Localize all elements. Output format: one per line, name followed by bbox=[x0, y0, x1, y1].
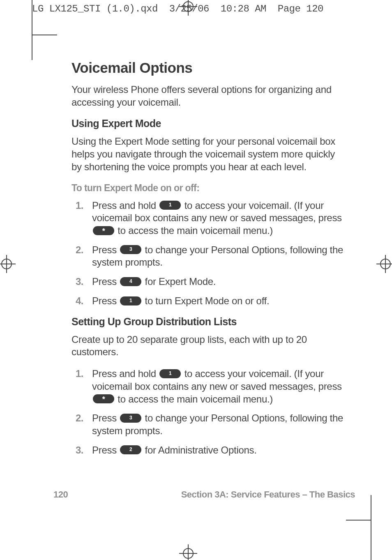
step-number: 3. bbox=[76, 444, 83, 457]
phone-key-icon: 3 bbox=[120, 414, 141, 423]
crop-mark bbox=[32, 35, 57, 60]
section-heading-expert-mode: Using Expert Mode bbox=[71, 118, 347, 130]
step-item: 2.Press 3 to change your Personal Option… bbox=[71, 244, 347, 269]
step-number: 1. bbox=[76, 368, 83, 380]
phone-key-icon: 1 bbox=[159, 201, 181, 210]
phone-key-icon: * bbox=[93, 394, 114, 403]
page-title: Voicemail Options bbox=[71, 60, 347, 76]
registration-mark-icon bbox=[376, 255, 392, 273]
step-number: 3. bbox=[76, 275, 83, 288]
lead-in: To turn Expert Mode on or off: bbox=[71, 183, 347, 194]
step-item: 3.Press 4 for Expert Mode. bbox=[71, 275, 347, 288]
step-item: 1.Press and hold 1 to access your voicem… bbox=[71, 199, 347, 237]
content-area: Voicemail Options Your wireless Phone of… bbox=[71, 60, 347, 465]
phone-key-icon: 1 bbox=[120, 296, 141, 305]
page-number: 120 bbox=[53, 489, 68, 500]
step-number: 2. bbox=[76, 244, 83, 257]
registration-mark-icon bbox=[179, 544, 197, 560]
registration-mark-icon bbox=[0, 255, 16, 273]
step-number: 1. bbox=[76, 199, 83, 212]
step-item: 2.Press 3 to change your Personal Option… bbox=[71, 412, 347, 437]
file-header: LG LX125_STI (1.0).qxd 3/25/06 10:28 AM … bbox=[32, 3, 323, 14]
section-heading-group-lists: Setting Up Group Distribution Lists bbox=[71, 316, 347, 328]
phone-key-icon: 3 bbox=[120, 245, 141, 254]
page: LG LX125_STI (1.0).qxd 3/25/06 10:28 AM … bbox=[0, 0, 392, 560]
phone-key-icon: 2 bbox=[120, 445, 141, 454]
phone-key-icon: 1 bbox=[159, 369, 181, 378]
section-body: Using the Expert Mode setting for your p… bbox=[71, 135, 347, 173]
section-body: Create up to 20 separate group lists, ea… bbox=[71, 333, 347, 359]
steps-list-group-lists: 1.Press and hold 1 to access your voicem… bbox=[71, 368, 347, 456]
crop-mark bbox=[371, 521, 371, 560]
section-label: Section 3A: Service Features – The Basic… bbox=[181, 489, 355, 500]
intro-paragraph: Your wireless Phone offers several optio… bbox=[71, 83, 347, 109]
step-number: 4. bbox=[76, 295, 83, 308]
step-item: 4.Press 1 to turn Expert Mode on or off. bbox=[71, 295, 347, 308]
steps-list-expert-mode: 1.Press and hold 1 to access your voicem… bbox=[71, 199, 347, 308]
phone-key-icon: * bbox=[93, 226, 114, 235]
step-item: 1.Press and hold 1 to access your voicem… bbox=[71, 368, 347, 405]
phone-key-icon: 4 bbox=[120, 277, 141, 286]
step-item: 3.Press 2 for Administrative Options. bbox=[71, 444, 347, 457]
footer: 120 Section 3A: Service Features – The B… bbox=[53, 489, 355, 500]
step-number: 2. bbox=[76, 412, 83, 425]
